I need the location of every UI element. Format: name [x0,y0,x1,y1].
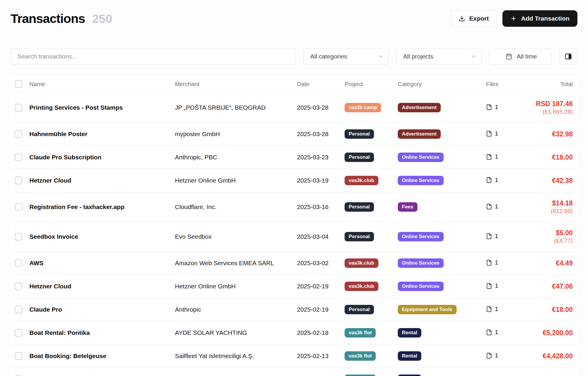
search-input[interactable] [11,48,296,65]
total-amount: €5,200.00 [529,329,573,337]
category-badge[interactable]: Rental [398,328,421,337]
project-badge[interactable]: vas3k flot [345,328,376,337]
table-row[interactable]: Registration Fee - taxhacker.app Cloudfl… [11,192,577,222]
files-cell: 1 [486,259,498,266]
project-badge[interactable]: vas3k.club [345,282,378,291]
transaction-name[interactable]: Registration Fee - taxhacker.app [29,192,175,222]
table-row[interactable]: Hetzner Cloud Hetzner Online GmbH 2025-0… [11,275,577,298]
col-header-name: Name [29,76,175,93]
export-button[interactable]: Export [451,10,497,27]
transaction-name[interactable]: Printing Services - Post Stamps [29,93,175,123]
file-icon [486,306,492,312]
transaction-name[interactable]: Seedbox Invoice [29,222,175,252]
transaction-name[interactable]: Boat Booking: Sarisu [29,368,175,376]
category-badge[interactable]: Online Services [398,282,444,291]
project-badge[interactable]: Personal [345,153,374,162]
row-checkbox[interactable] [15,153,22,161]
row-checkbox[interactable] [15,130,22,138]
category-badge[interactable]: Fees [398,202,417,212]
row-checkbox[interactable] [15,283,22,290]
date-range-button[interactable]: All time [489,48,552,65]
category-badge[interactable]: Online Services [398,232,444,241]
table-row[interactable]: Hahnemühle Poster myposter GmbH 2025-03-… [11,123,577,146]
file-icon [486,154,492,160]
category-badge[interactable]: Online Services [398,153,444,162]
transaction-name[interactable]: Boat Rental: Pontika [29,321,175,345]
project-badge[interactable]: vas3k camp [345,103,381,112]
transaction-date: 2025-03-28 [297,93,345,123]
transaction-name[interactable]: Claude Pro Subscription [29,146,175,169]
chevron-down-icon [378,54,384,59]
category-badge[interactable]: Advertisement [398,103,441,112]
file-icon [486,260,492,266]
transaction-merchant: Anthropic, PBC [175,146,297,169]
table-row[interactable]: Claude Pro Subscription Anthropic, PBC 2… [11,146,577,169]
category-badge[interactable]: Online Services [398,176,444,185]
files-cell: 1 [486,282,498,289]
transaction-date: 2025-03-23 [297,146,345,169]
project-badge[interactable]: vas3k flot [345,375,376,376]
row-checkbox[interactable] [15,306,22,313]
row-checkbox[interactable] [15,329,22,337]
project-badge[interactable]: Personal [345,305,374,314]
category-badge[interactable]: Rental [398,375,421,376]
col-header-merchant: Merchant [175,76,297,93]
columns-toggle-button[interactable] [559,48,577,65]
row-checkbox[interactable] [15,177,22,184]
total-amount: €18.00 [529,305,573,314]
category-badge[interactable]: Rental [398,351,421,361]
files-cell: 1 [486,305,498,313]
total-amount: €42.38 [529,176,573,185]
project-badge[interactable]: vas3k flot [345,351,376,361]
total-amount: $5.00 [529,229,573,237]
projects-select[interactable]: All projects [396,48,482,65]
transaction-merchant: Cloudflare, Inc. [175,192,297,222]
transaction-date: 2025-03-28 [297,123,345,146]
transactions-body: Printing Services - Post Stamps JP „POŠT… [11,93,577,376]
table-row[interactable]: Boat Rental: Pontika AYDE SOLAR YACHTING… [11,321,577,345]
select-all-checkbox[interactable] [15,80,22,88]
row-checkbox[interactable] [15,352,22,360]
file-count: 1 [495,153,498,160]
col-header-files: Files [486,76,529,93]
transaction-date: 2025-03-19 [297,169,345,192]
transaction-name[interactable]: Hahnemühle Poster [29,123,175,146]
category-badge[interactable]: Online Services [398,258,444,268]
table-row[interactable]: Printing Services - Post Stamps JP „POŠT… [11,93,577,123]
project-badge[interactable]: Personal [345,202,374,212]
table-row[interactable]: Boat Booking: Sarisu SteamPro Adria 2025… [11,368,577,376]
row-checkbox[interactable] [15,104,22,111]
add-transaction-button[interactable]: Add Transaction [502,10,577,27]
table-row[interactable]: Boat Booking: Betelgeuse Sailfleet Yat I… [11,345,577,368]
transaction-merchant: SteamPro Adria [175,368,297,376]
file-count: 1 [495,305,498,313]
category-badge[interactable]: Advertisement [398,129,441,139]
project-badge[interactable]: vas3k.club [345,176,378,185]
transaction-name[interactable]: Hetzner Cloud [29,169,175,192]
files-cell: 1 [486,203,498,210]
file-count: 1 [495,130,498,137]
transaction-name[interactable]: AWS [29,252,175,275]
categories-select[interactable]: All categories [303,48,389,65]
table-row[interactable]: Hetzner Cloud Hetzner Online GmbH 2025-0… [11,169,577,192]
row-checkbox[interactable] [15,203,22,211]
project-badge[interactable]: Personal [345,129,374,139]
transaction-name[interactable]: Hetzner Cloud [29,275,175,298]
project-badge[interactable]: Personal [345,232,374,241]
total-amount: €47.06 [529,282,573,291]
category-badge[interactable]: Equipment and Tools [398,305,457,314]
file-icon [486,131,492,137]
transaction-name[interactable]: Boat Booking: Betelgeuse [29,345,175,368]
table-row[interactable]: Claude Pro Anthropic 2025-02-19 Personal… [11,298,577,321]
col-header-total: Total [529,76,577,93]
row-checkbox[interactable] [15,233,22,240]
table-row[interactable]: AWS Amazon Web Services EMEA SARL 2025-0… [11,252,577,275]
file-icon [486,283,492,289]
row-checkbox[interactable] [15,259,22,267]
plus-icon [510,15,517,22]
transaction-merchant: JP „POŠTA SRBIJE“, BEOGRAD [175,93,297,123]
transaction-name[interactable]: Claude Pro [29,298,175,321]
project-badge[interactable]: vas3k.club [345,258,378,268]
table-row[interactable]: Seedbox Invoice Evo Seedbox 2025-03-04 P… [11,222,577,252]
transaction-merchant: AYDE SOLAR YACHTING [175,321,297,345]
